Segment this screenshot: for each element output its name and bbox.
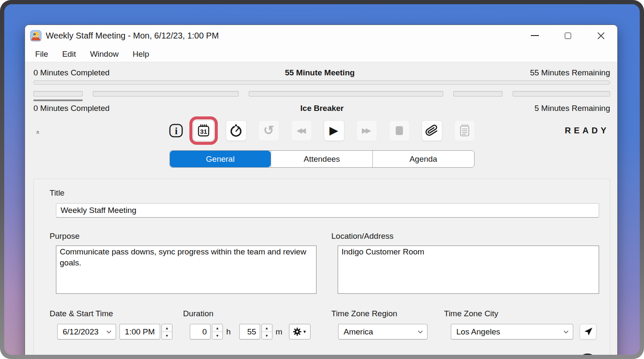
- activity-segments: [33, 91, 610, 97]
- title-label: Title: [50, 188, 599, 198]
- duration-hours-field[interactable]: 0: [190, 324, 211, 340]
- menu-help[interactable]: Help: [128, 50, 154, 59]
- screen-frame: Weekly Staff Meeting - Mon, 6/12/23, 1:0…: [0, 0, 644, 359]
- hours-spinner: ▲ ▼: [212, 324, 223, 340]
- rewind-button[interactable]: ◀◀: [291, 120, 312, 141]
- play-icon: ▶: [330, 125, 339, 136]
- minimize-icon: [531, 35, 539, 36]
- date-value: 6/12/2023: [63, 327, 99, 337]
- activity-segment: [249, 91, 443, 97]
- purpose-textarea[interactable]: [56, 246, 316, 294]
- toolbar-buttons: i 31: [169, 120, 475, 141]
- duration-minutes-value: 55: [247, 327, 256, 337]
- play-button[interactable]: ▶: [324, 120, 344, 141]
- meeting-title-label: 55 Minute Meeting: [110, 68, 530, 77]
- status-badge: READY: [565, 126, 609, 135]
- duration-settings-button[interactable]: ▼: [289, 324, 311, 340]
- tz-city-dropdown[interactable]: Los Angeles: [451, 324, 573, 340]
- rewind-icon: ◀◀: [297, 127, 306, 134]
- toolbar: » i 31: [33, 116, 610, 144]
- desktop-background: Weekly Staff Meeting - Mon, 6/12/23, 1:0…: [4, 4, 640, 355]
- minutes-spinner: ▲ ▼: [261, 324, 272, 340]
- spin-down-button[interactable]: ▼: [212, 332, 222, 339]
- dropdown-arrow-icon: ▼: [303, 330, 307, 334]
- spin-down-button[interactable]: ▼: [262, 332, 272, 339]
- tz-city-value: Los Angeles: [456, 327, 500, 337]
- duration-hours-value: 0: [202, 327, 207, 337]
- stop-button[interactable]: [389, 120, 410, 141]
- form-panel: Title Purpose Location/Address Date & St…: [33, 179, 610, 355]
- tz-city-label: Time Zone City: [444, 309, 597, 318]
- chevron-down-icon: [414, 330, 423, 334]
- spin-down-button[interactable]: ▼: [162, 332, 172, 339]
- start-time-field[interactable]: 1:00 PM: [119, 324, 160, 340]
- spin-up-button[interactable]: ▲: [162, 324, 172, 332]
- close-icon: [597, 32, 605, 39]
- title-input[interactable]: [56, 203, 599, 218]
- main-content: 0 Minutes Completed 55 Minute Meeting 55…: [25, 62, 617, 355]
- timer-button[interactable]: [226, 120, 247, 141]
- location-label: Location/Address: [331, 232, 599, 241]
- window-titlebar: Weekly Staff Meeting - Mon, 6/12/23, 1:0…: [25, 25, 617, 46]
- locate-button[interactable]: [580, 324, 597, 340]
- menu-window[interactable]: Window: [85, 50, 124, 59]
- date-time-label: Date & Start Time: [50, 309, 172, 318]
- segment-bar: [453, 91, 502, 97]
- svg-text:i: i: [175, 125, 178, 136]
- app-window: Weekly Staff Meeting - Mon, 6/12/23, 1:0…: [25, 25, 618, 355]
- paperclip-icon: [424, 123, 439, 138]
- activity-segment: [513, 91, 610, 97]
- maximize-icon: [565, 33, 571, 39]
- tz-region-value: America: [344, 327, 373, 337]
- collapse-chevron-icon[interactable]: »: [34, 130, 40, 134]
- tab-attendees[interactable]: Attendees: [271, 151, 372, 167]
- attachment-button[interactable]: [422, 120, 442, 141]
- activity-segment: [453, 91, 502, 97]
- chevron-down-icon: [560, 330, 569, 334]
- activity-segment: [33, 91, 83, 97]
- date-dropdown[interactable]: 6/12/2023: [57, 324, 116, 340]
- duration-minutes-field[interactable]: 55: [239, 324, 260, 340]
- calendar-button[interactable]: 31: [193, 120, 214, 141]
- segment-bar: [93, 91, 239, 97]
- navigation-arrow-icon: [584, 327, 593, 336]
- close-button[interactable]: [584, 25, 617, 46]
- timer-icon: [229, 123, 243, 138]
- hours-unit-label: h: [226, 327, 231, 337]
- info-icon[interactable]: i: [169, 124, 183, 138]
- purpose-label: Purpose: [50, 232, 316, 241]
- spin-up-button[interactable]: ▲: [212, 324, 222, 332]
- tz-region-dropdown[interactable]: America: [338, 324, 427, 340]
- activity-completed-label: 0 Minutes Completed: [33, 104, 110, 113]
- fast-forward-button[interactable]: ▶▶: [356, 120, 377, 141]
- segment-bar: [33, 91, 83, 97]
- activity-remaining-label: 5 Minutes Remaining: [535, 104, 610, 113]
- window-title: Weekly Staff Meeting - Mon, 6/12/23, 1:0…: [46, 31, 219, 41]
- meeting-completed-label: 0 Minutes Completed: [33, 68, 110, 77]
- window-controls: [518, 25, 617, 46]
- location-textarea[interactable]: [338, 246, 599, 294]
- tab-agenda[interactable]: Agenda: [372, 151, 474, 167]
- spin-up-button[interactable]: ▲: [262, 324, 272, 332]
- menu-edit[interactable]: Edit: [57, 50, 81, 59]
- meeting-progress-header: 0 Minutes Completed 55 Minute Meeting 55…: [33, 68, 610, 77]
- reset-button[interactable]: ↺: [258, 120, 279, 141]
- menu-file[interactable]: File: [30, 50, 53, 59]
- activity-progress-header: 0 Minutes Completed Ice Breaker 5 Minute…: [33, 104, 610, 113]
- segment-bar: [249, 91, 443, 97]
- maximize-button[interactable]: [551, 25, 584, 46]
- duration-label: Duration: [183, 309, 311, 318]
- activity-name-label: Ice Breaker: [110, 104, 535, 113]
- menu-bar: File Edit Window Help: [25, 46, 617, 62]
- svg-text:31: 31: [200, 128, 207, 135]
- minimize-button[interactable]: [518, 25, 551, 46]
- fast-forward-icon: ▶▶: [362, 127, 371, 134]
- tab-general[interactable]: General: [170, 151, 271, 167]
- gear-icon: [293, 328, 301, 336]
- notes-button[interactable]: [454, 120, 475, 141]
- activity-segment: [93, 91, 239, 97]
- stop-icon: [396, 126, 403, 135]
- meeting-progress-bar: [33, 80, 610, 85]
- current-segment-underline: [33, 99, 83, 101]
- tab-bar: General Attendees Agenda: [169, 150, 475, 168]
